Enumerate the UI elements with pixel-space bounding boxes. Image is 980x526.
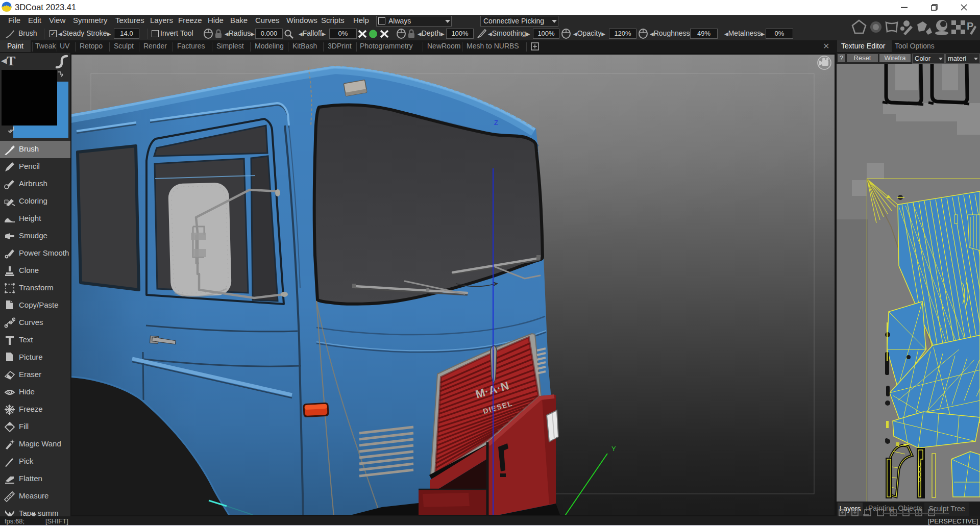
- svg-text:Z: Z: [494, 119, 498, 127]
- svg-text:Y: Y: [611, 445, 616, 453]
